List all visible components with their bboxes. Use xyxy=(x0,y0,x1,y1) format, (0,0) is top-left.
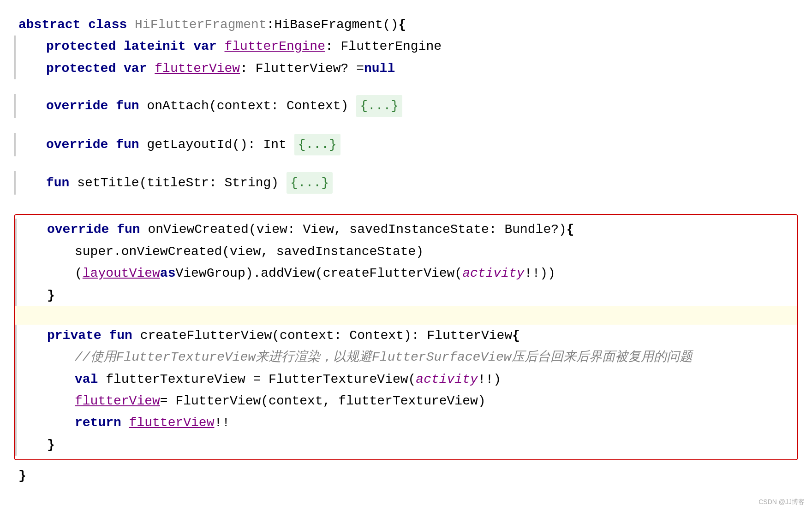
kw-fun-3: fun xyxy=(46,173,69,193)
kw-fun-4: fun xyxy=(117,220,140,239)
kw-protected-1: protected xyxy=(46,36,116,56)
sp3 xyxy=(217,36,225,56)
return-suffix: !! xyxy=(214,413,230,433)
line-bar-8 xyxy=(15,262,17,284)
settitle-name: setTitle(titleStr: String) xyxy=(77,173,279,193)
highlighted-block: override fun onViewCreated(view: View, s… xyxy=(14,214,798,460)
sp19 xyxy=(121,413,129,433)
line-comment: //使用FlutterTextureView来进行渲染，以规避FlutterSu… xyxy=(15,346,797,368)
empty-line-1 xyxy=(14,79,798,94)
line-createflutter: private fun createFlutterView(context: C… xyxy=(15,325,797,346)
line-bar-9 xyxy=(15,285,17,306)
onviewcreated-name: onViewCreated(view: View, savedInstanceS… xyxy=(148,220,566,239)
val-name: flutterTextureView = FlutterTextureView( xyxy=(106,369,416,389)
createflutter-name: createFlutterView(context: Context): Flu… xyxy=(140,326,513,345)
kw-protected-2: protected xyxy=(46,59,116,78)
line-bar-3 xyxy=(14,94,16,118)
line-bar xyxy=(14,36,16,57)
kw-override-2: override xyxy=(46,135,108,154)
flutter-engine-name: flutterEngine xyxy=(225,36,325,56)
sp8 xyxy=(348,96,356,116)
layout-suffix: !!)) xyxy=(525,263,555,283)
space1 xyxy=(80,15,88,35)
empty-line-3 xyxy=(14,156,798,171)
line-bar-4 xyxy=(14,133,16,156)
watermark: CSDN @JJ博客 xyxy=(758,497,805,500)
kw-lateinit: lateinit xyxy=(124,36,185,56)
line-super: super.onViewCreated(view, savedInstanceS… xyxy=(15,241,797,262)
sp10 xyxy=(139,135,147,154)
yellow-spacer xyxy=(15,306,797,325)
empty-line-4 xyxy=(14,195,798,209)
activity-italic-1: activity xyxy=(462,263,524,283)
engine-type: : FlutterEngine xyxy=(325,36,442,56)
getlayout-name: getLayoutId(): Int xyxy=(147,135,286,154)
line-bar-15 xyxy=(15,434,17,456)
sp12 xyxy=(69,173,77,193)
line-bar-14 xyxy=(15,412,17,434)
line-settitle: fun setTitle(titleStr: String) {...} xyxy=(14,171,798,195)
sp13 xyxy=(279,173,287,193)
brace-open: { xyxy=(398,15,406,35)
collapsed-1: {...} xyxy=(356,95,402,117)
line-bar-12 xyxy=(15,368,17,390)
sp11 xyxy=(287,135,294,154)
final-brace: } xyxy=(18,466,26,486)
collapsed-3: {...} xyxy=(287,172,333,194)
sp15 xyxy=(140,220,148,239)
kw-val: val xyxy=(75,369,98,389)
line-class-header: abstract class HiFlutterFragment : HiBas… xyxy=(14,14,798,36)
code-block: abstract class HiFlutterFragment : HiBas… xyxy=(14,9,798,492)
colon: : xyxy=(267,15,275,35)
line-onattach: override fun onAttach(context: Context) … xyxy=(14,94,798,118)
line-bar-6 xyxy=(15,219,17,240)
brace-close-1: } xyxy=(47,285,55,305)
line-assign: flutterView = FlutterView(context, flutt… xyxy=(15,390,797,412)
line-engine: protected lateinit var flutterEngine : F… xyxy=(14,36,798,57)
layoutview-name: layoutView xyxy=(83,263,160,283)
kw-return: return xyxy=(75,413,121,433)
line-bar-11 xyxy=(15,346,17,368)
flutterview-assign-name: flutterView xyxy=(75,391,160,411)
sp16 xyxy=(102,326,109,345)
kw-var-2: var xyxy=(124,59,147,78)
kw-abstract: abstract xyxy=(18,15,80,35)
sp6 xyxy=(108,96,116,116)
line-layoutview: ( layoutView as ViewGroup).addView(creat… xyxy=(15,262,797,284)
collapsed-2: {...} xyxy=(294,134,340,155)
paren-open: ( xyxy=(75,263,83,283)
sp7 xyxy=(139,96,147,116)
line-val: val flutterTextureView = FlutterTextureV… xyxy=(15,368,797,390)
space2 xyxy=(127,15,135,35)
line-close-2: } xyxy=(15,434,797,456)
kw-var-1: var xyxy=(193,36,216,56)
flutter-view-name: flutterView xyxy=(155,59,240,78)
brace-createflutter: { xyxy=(512,326,520,345)
super-text: super.onViewCreated(view, savedInstanceS… xyxy=(75,242,424,261)
line-flutterview: protected var flutterView : FlutterView?… xyxy=(14,58,798,79)
line-bar-2 xyxy=(14,58,16,79)
line-onviewcreated: override fun onViewCreated(view: View, s… xyxy=(15,219,797,240)
assign-text: = FlutterView(context, flutterTextureVie… xyxy=(160,391,486,411)
sp4 xyxy=(116,59,124,78)
kw-class: class xyxy=(88,15,127,35)
sp xyxy=(116,36,124,56)
line-bar-7 xyxy=(15,241,17,262)
class-name: HiFlutterFragment xyxy=(135,15,267,35)
line-return: return flutterView !! xyxy=(15,412,797,434)
kw-fun-2: fun xyxy=(116,135,139,154)
empty-line-2 xyxy=(14,118,798,133)
kw-null: null xyxy=(364,59,395,78)
kw-fun-1: fun xyxy=(116,96,139,116)
sp18 xyxy=(98,369,106,389)
sp2 xyxy=(185,36,193,56)
view-type: : FlutterView? = xyxy=(240,59,364,78)
line-close-1: } xyxy=(15,285,797,306)
brace-close-2: } xyxy=(47,435,55,455)
activity-italic-2: activity xyxy=(416,369,478,389)
comment-text: //使用FlutterTextureView来进行渲染，以规避FlutterSu… xyxy=(75,347,693,367)
kw-override-1: override xyxy=(46,96,108,116)
line-getlayoutid: override fun getLayoutId(): Int {...} xyxy=(14,133,798,156)
brace-onviewcreated: { xyxy=(567,220,574,239)
kw-override-3: override xyxy=(47,220,109,239)
